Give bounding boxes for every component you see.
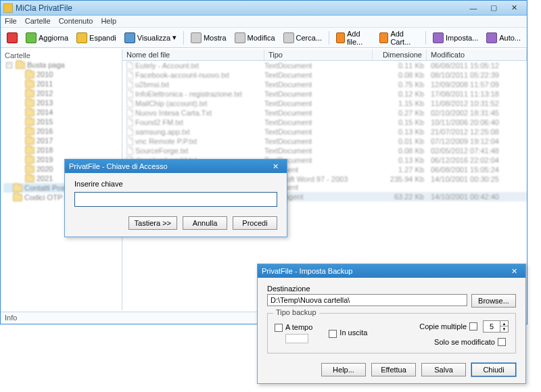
app-title: MiCla PrivatFile (16, 3, 463, 13)
doc-icon (126, 71, 133, 79)
tree-item[interactable]: 2014 (3, 107, 119, 117)
tree-item[interactable]: 2015 (3, 117, 119, 126)
copie-spinner[interactable]: ▲▼ (483, 320, 509, 333)
atempo-checkbox[interactable]: A tempo (275, 323, 312, 331)
settings-icon (433, 32, 444, 43)
table-row[interactable]: u2bmsi.txtTextDocument0.75 Kb12/09/2008 … (122, 80, 527, 89)
solo-checkbox[interactable] (498, 338, 506, 346)
col-type[interactable]: Tipo (264, 49, 373, 60)
table-row[interactable]: Found2 FM.txtTextDocument0.15 Kb10/11/20… (122, 118, 527, 127)
tree-item[interactable]: 2013 (3, 98, 119, 107)
backup-close-button[interactable]: ✕ (507, 267, 521, 276)
tree-root[interactable]: − Busta paga (3, 60, 119, 70)
effettua-button[interactable]: Effettua (371, 363, 416, 376)
backup-title: PrivatFile - Imposta Backup (262, 267, 507, 275)
table-row[interactable]: samsung.app.txtTextDocument0.13 Kb21/07/… (122, 127, 527, 137)
tree-label: Cartelle (3, 51, 119, 60)
edit-icon (235, 32, 245, 43)
annulla-button[interactable]: Annulla (183, 216, 227, 230)
table-row[interactable]: Facebook-account-nuovo.txtTextDocument0.… (122, 70, 527, 80)
maximize-button[interactable]: ▢ (484, 2, 504, 14)
browse-button[interactable]: Browse... (471, 294, 516, 308)
delete-button[interactable] (3, 30, 21, 45)
folder-icon (25, 147, 34, 154)
tree-item[interactable]: 2010 (3, 70, 119, 79)
menu-cartelle[interactable]: Cartelle (25, 17, 51, 26)
toolbar-separator (329, 31, 329, 45)
menu-help[interactable]: Help (101, 17, 116, 26)
tree-item[interactable]: 2016 (3, 126, 119, 136)
folder-icon (25, 156, 34, 164)
col-name[interactable]: Nome del file (122, 49, 264, 60)
espandi-button[interactable]: Espandi (73, 30, 120, 45)
tree-item[interactable]: 2017 (3, 136, 119, 145)
list-header: Nome del file Tipo Dimensione Modificato (122, 49, 527, 61)
table-row[interactable]: Nuovo Intesa Carta.TxtTextDocument0.27 K… (122, 108, 527, 118)
refresh-icon (26, 32, 37, 43)
doc-icon (126, 99, 133, 107)
modifica-button[interactable]: Modifica (231, 30, 279, 45)
spin-up-icon[interactable]: ▲ (500, 321, 508, 326)
copie-checkbox[interactable] (469, 322, 477, 330)
tree-item[interactable]: 2011 (3, 79, 119, 89)
doc-icon (126, 128, 133, 136)
access-key-input[interactable] (74, 192, 277, 207)
folder-icon (25, 175, 34, 182)
folder-icon (13, 194, 22, 201)
backup-dialog: PrivatFile - Imposta Backup ✕ Destinazio… (257, 264, 526, 384)
inuscita-checkbox[interactable]: In uscita (329, 328, 367, 337)
addfile-button[interactable]: Add file... (333, 28, 375, 48)
search-icon (283, 32, 294, 43)
table-row[interactable]: SourceForge.txtTextDocument0.08 Kb02/05/… (122, 146, 527, 155)
tree-item[interactable]: 2018 (3, 145, 119, 155)
procedi-button[interactable]: Procedi (233, 216, 277, 230)
solo-label: Solo se modificato (434, 338, 495, 346)
folder-icon (25, 128, 34, 135)
aggiorna-button[interactable]: Aggiorna (22, 30, 72, 45)
cerca-button[interactable]: Cerca... (280, 30, 326, 45)
salva-button[interactable]: Salva (421, 363, 466, 376)
doc-icon (126, 80, 133, 89)
collapse-icon[interactable]: − (6, 62, 12, 68)
tastiera-button[interactable]: Tastiera >> (128, 216, 177, 230)
doc-icon (126, 147, 133, 155)
auto-button[interactable]: Auto... (483, 30, 524, 45)
menu-file[interactable]: File (5, 17, 17, 26)
imposta-button[interactable]: Imposta... (429, 30, 481, 45)
folder-icon (16, 62, 25, 69)
access-titlebar[interactable]: PrivatFile - Chiave di Accesso ✕ (65, 160, 287, 173)
tree-item[interactable]: 2012 (3, 89, 119, 98)
titlebar[interactable]: MiCla PrivatFile — ▢ ✕ (1, 1, 527, 16)
chevron-down-icon: ▾ (172, 33, 177, 42)
menu-contenuto[interactable]: Contenuto (59, 17, 93, 26)
doc-icon (126, 109, 133, 117)
close-button[interactable]: ✕ (504, 2, 524, 14)
dest-input[interactable] (267, 294, 467, 306)
help-button[interactable]: Help... (321, 363, 366, 376)
access-close-button[interactable]: ✕ (268, 162, 283, 171)
minimize-button[interactable]: — (463, 2, 484, 14)
table-row[interactable]: vnc Remote P.P.txtTextDocument0.01 Kb07/… (122, 137, 527, 146)
col-mod[interactable]: Modificato (427, 49, 527, 60)
col-size[interactable]: Dimensione (373, 49, 427, 60)
spin-down-icon[interactable]: ▼ (500, 326, 508, 332)
folder-icon (25, 90, 34, 97)
folder-icon (25, 109, 34, 116)
table-row[interactable]: MailChip (account).txtTextDocument1.15 K… (122, 99, 527, 108)
mostra-button[interactable]: Mostra (187, 30, 230, 45)
x-icon (7, 32, 18, 43)
atempo-value[interactable] (285, 334, 308, 343)
folder-icon (25, 118, 34, 126)
visualizza-button[interactable]: Visualizza ▾ (121, 30, 180, 45)
app-icon (3, 3, 13, 13)
table-row[interactable]: Eutely - Account.txtTextDocument0.11 Kb0… (122, 61, 527, 70)
folder-icon (25, 80, 34, 88)
folder-icon (25, 137, 34, 145)
addcart-button[interactable]: Add Cart... (376, 28, 422, 48)
doc-icon (126, 62, 133, 70)
doc-icon (126, 118, 133, 126)
toolbar-separator (183, 31, 184, 45)
backup-titlebar[interactable]: PrivatFile - Imposta Backup ✕ (258, 264, 525, 278)
table-row[interactable]: InfoElettronica - registrazione.txtTextD… (122, 89, 527, 99)
chiudi-button[interactable]: Chiudi (471, 363, 516, 376)
